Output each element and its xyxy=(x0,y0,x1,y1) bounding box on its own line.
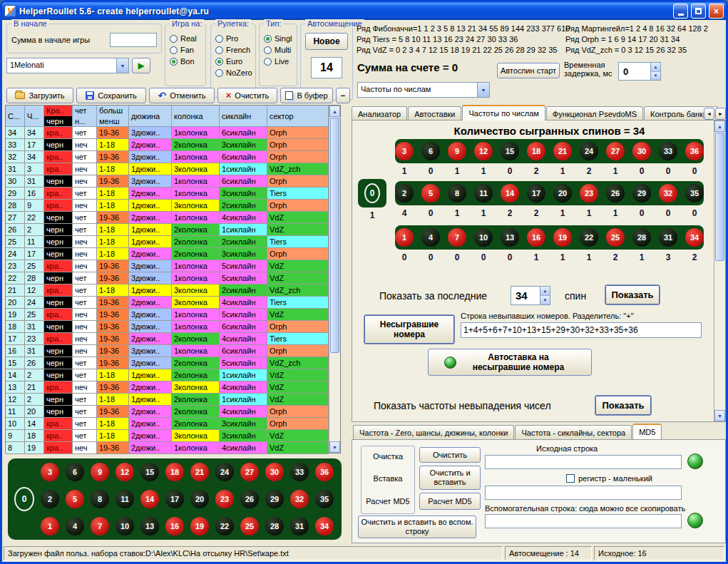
scroll-thumb[interactable] xyxy=(330,118,339,353)
clear-button[interactable]: ×Очистить xyxy=(217,88,277,103)
black-number-29[interactable]: 29 xyxy=(265,490,284,508)
red-number-9[interactable]: 9 xyxy=(448,142,466,160)
radio-multi[interactable]: Multi xyxy=(264,44,297,56)
red-number-36[interactable]: 36 xyxy=(315,463,334,481)
red-number-34[interactable]: 34 xyxy=(685,228,704,247)
black-number-31[interactable]: 31 xyxy=(659,228,677,247)
table-row[interactable]: 819кра..неч19-362дюжи..1колонка4сиклайнV… xyxy=(6,442,340,454)
red-number-32[interactable]: 32 xyxy=(290,490,309,508)
red-number-27[interactable]: 27 xyxy=(606,142,625,160)
black-number-15[interactable]: 15 xyxy=(140,463,159,481)
red-number-19[interactable]: 19 xyxy=(190,517,209,535)
red-number-34[interactable]: 34 xyxy=(315,517,334,535)
red-number-30[interactable]: 30 xyxy=(265,463,284,481)
table-row[interactable]: 3031черннеч19-363дюжи..1колонка6сиклайнO… xyxy=(6,175,340,188)
black-number-33[interactable]: 33 xyxy=(290,463,309,481)
black-number-28[interactable]: 28 xyxy=(265,517,284,535)
start-sum-input[interactable] xyxy=(110,33,157,47)
md5-clear-button[interactable]: Очистить xyxy=(419,447,481,463)
mode-combo[interactable]: Частоты по числам ▼ xyxy=(357,82,490,98)
minus-button[interactable]: − xyxy=(336,88,350,103)
black-number-8[interactable]: 8 xyxy=(448,184,466,202)
tab-Частота - Zero, шансы, дюжины, колонки[interactable]: Частота - Zero, шансы, дюжины, колонки xyxy=(353,425,514,439)
black-number-20[interactable]: 20 xyxy=(190,490,209,508)
red-number-5[interactable]: 5 xyxy=(66,490,84,508)
red-number-27[interactable]: 27 xyxy=(240,463,259,481)
tab-scroll-right-icon[interactable]: ► xyxy=(715,108,726,120)
freq-row-top[interactable]: 369121518212427303336 xyxy=(395,139,704,163)
md5-clear-paste-button[interactable]: Очистить и вставить xyxy=(419,466,481,490)
black-number-22[interactable]: 22 xyxy=(580,228,598,247)
red-number-21[interactable]: 21 xyxy=(190,463,209,481)
freq-zero-box[interactable]: 0 xyxy=(358,179,386,207)
table-row[interactable]: 1120чернчет19-362дюжи..2колонка4сиклайнO… xyxy=(6,406,340,418)
new-shift-button[interactable]: Новое xyxy=(305,33,348,50)
table-row[interactable]: 3434кра..чет19-363дюжи..1колонка6сиклайн… xyxy=(6,127,340,139)
chevron-down-icon[interactable]: ▼ xyxy=(477,83,489,97)
black-number-24[interactable]: 24 xyxy=(215,463,234,481)
table-row[interactable]: 3234кра..чет19-363дюжи..1колонка6сиклайн… xyxy=(6,151,340,163)
md5-calc-button[interactable]: Расчет MD5 xyxy=(419,493,481,510)
unsung-string-input[interactable] xyxy=(461,322,702,338)
table-row[interactable]: 289кра..неч1-181дюжи..3колонка2сиклайнOr… xyxy=(6,200,340,212)
minimize-button[interactable] xyxy=(673,4,688,19)
spinner-up-icon[interactable]: ▲ xyxy=(651,63,660,72)
scroll-down-icon[interactable]: ▼ xyxy=(714,410,725,421)
freq-row-bottom[interactable]: 147101316192225283134 xyxy=(395,225,704,250)
table-row[interactable]: 2112кра..чет1-181дюжи..3колонка2сиклайнV… xyxy=(6,284,340,297)
maximize-button[interactable] xyxy=(691,4,706,19)
red-number-12[interactable]: 12 xyxy=(116,463,134,481)
radio-french[interactable]: French xyxy=(215,44,255,56)
red-number-36[interactable]: 36 xyxy=(685,142,704,160)
red-number-23[interactable]: 23 xyxy=(580,184,598,202)
scroll-thumb[interactable] xyxy=(715,133,724,261)
red-number-19[interactable]: 19 xyxy=(553,228,572,247)
red-number-18[interactable]: 18 xyxy=(165,463,184,481)
md5-clear-paste-aux-button[interactable]: Очистить и вставить во вспом. строку xyxy=(358,516,476,538)
black-number-4[interactable]: 4 xyxy=(66,517,84,535)
close-button[interactable]: × xyxy=(709,4,724,19)
aux-string-input[interactable] xyxy=(485,514,682,528)
table-row[interactable]: 2916кра..чет1-182дюжи..1колонка3сиклайнT… xyxy=(6,188,340,200)
board-row-middle[interactable]: 258111417202326293235 xyxy=(41,490,334,508)
black-number-13[interactable]: 13 xyxy=(501,228,519,247)
checkbox-icon[interactable] xyxy=(566,474,575,483)
tab-Автоставки[interactable]: Автоставки xyxy=(408,106,461,121)
black-number-11[interactable]: 11 xyxy=(116,490,134,508)
autospin-start-button[interactable]: Автоспин старт xyxy=(497,63,560,78)
red-number-16[interactable]: 16 xyxy=(165,517,184,535)
table-row[interactable]: 3317черннеч1-182дюжи..2колонка3сиклайнOr… xyxy=(6,139,340,151)
tab-Частоты по числам[interactable]: Частоты по числам xyxy=(462,105,545,121)
red-number-9[interactable]: 9 xyxy=(91,463,109,481)
red-number-14[interactable]: 14 xyxy=(501,184,519,202)
scroll-down-icon[interactable]: ▼ xyxy=(329,441,340,453)
black-number-4[interactable]: 4 xyxy=(421,228,440,247)
red-number-25[interactable]: 25 xyxy=(240,517,259,535)
black-number-6[interactable]: 6 xyxy=(66,463,84,481)
undo-button[interactable]: ↶Отменить xyxy=(149,88,215,103)
tab-Функционал PsevdoMS[interactable]: Функционал PsevdoMS xyxy=(546,106,643,121)
black-number-10[interactable]: 10 xyxy=(116,517,134,535)
red-number-18[interactable]: 18 xyxy=(527,142,545,160)
black-number-35[interactable]: 35 xyxy=(315,490,334,508)
table-row[interactable]: 1321кра..неч19-362дюжи..3колонка4сиклайн… xyxy=(6,381,340,394)
table-row[interactable]: 2228чернчет19-363дюжи..1колонка5сиклайнV… xyxy=(6,272,340,284)
black-number-15[interactable]: 15 xyxy=(501,142,519,160)
delay-spinner[interactable]: 0 ▲ ▼ xyxy=(618,62,661,81)
zero-number[interactable]: 0 xyxy=(14,487,34,511)
red-number-3[interactable]: 3 xyxy=(395,142,414,160)
black-number-22[interactable]: 22 xyxy=(215,517,234,535)
red-number-25[interactable]: 25 xyxy=(606,228,625,247)
table-row[interactable]: 1925кра..неч19-363дюжи..1колонка5сиклайн… xyxy=(6,309,340,321)
tab-scroll-left-icon[interactable]: ◄ xyxy=(704,108,714,120)
red-number-12[interactable]: 12 xyxy=(474,142,493,160)
radio-singl[interactable]: Singl xyxy=(264,33,297,44)
table-row[interactable]: 262чернчет1-181дюжи..2колонка1сиклайнVdZ xyxy=(6,224,340,236)
scroll-up-icon[interactable]: ▲ xyxy=(714,121,725,132)
radio-euro[interactable]: Euro xyxy=(215,56,255,67)
register-checkbox-row[interactable]: регистр - маленький xyxy=(566,474,652,483)
unsung-numbers-button[interactable]: Несыгравшие номера xyxy=(364,314,455,344)
table-row[interactable]: 1831черннеч19-363дюжи..1колонка6сиклайнO… xyxy=(6,321,340,333)
black-number-28[interactable]: 28 xyxy=(632,228,651,247)
red-number-5[interactable]: 5 xyxy=(421,184,440,202)
